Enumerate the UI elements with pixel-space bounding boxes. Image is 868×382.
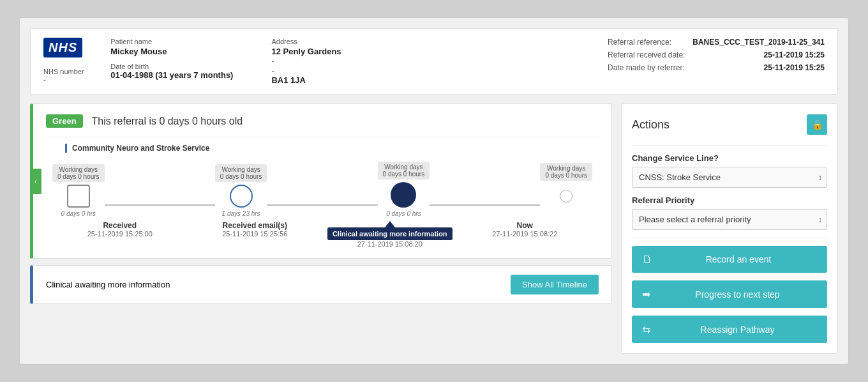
- step1-time: 0 days 0 hrs: [61, 210, 96, 217]
- referral-priority-field: Referral Priority Please select a referr…: [632, 195, 827, 230]
- tooltip-arrow: [385, 221, 395, 227]
- outer-container: NHS NHS number - Patient name Mickey Mou…: [19, 17, 849, 365]
- date-made-label: Date made by referrer:: [608, 63, 685, 72]
- patient-details: Patient name Mickey Mouse Date of birth …: [110, 38, 233, 80]
- step2-badge: Working days 0 days 0 hours: [215, 164, 267, 182]
- address-line3: -: [271, 66, 341, 75]
- timeline-title: This referral is 0 days 0 hours old: [92, 116, 243, 127]
- status-text: Clinical awaiting more information: [46, 280, 170, 289]
- connector1: [105, 204, 215, 206]
- progress-icon: ➡: [642, 288, 650, 300]
- actions-header: Actions 🔒: [632, 114, 827, 135]
- date-made-value: 25-11-2019 15:25: [764, 63, 825, 72]
- referral-block: Referral reference: BANES_CCC_TEST_2019-…: [608, 38, 825, 76]
- label-now-sub: 27-11-2019 15:08:22: [458, 230, 593, 238]
- referral-date-value: 25-11-2019 15:25: [764, 50, 825, 59]
- label-clinical: Clinical awaiting more information 27-11…: [322, 221, 458, 248]
- timeline-card: ‹ Green This referral is 0 days 0 hours …: [30, 103, 612, 259]
- record-event-icon: 🗋: [642, 254, 652, 265]
- step2-time: 1 days 23 hrs: [222, 210, 260, 217]
- referral-date-label: Referral received date:: [608, 50, 685, 59]
- label-email: Received email(s) 25-11-2019 15:25:56: [188, 221, 323, 248]
- step4-badge: Working days 0 days 0 hours: [540, 163, 592, 181]
- label-now-main: Now: [458, 221, 593, 230]
- referral-ref-row: Referral reference: BANES_CCC_TEST_2019-…: [608, 38, 825, 47]
- green-badge: Green: [46, 114, 83, 128]
- service-line-label: Community Neuro and Stroke Service: [65, 144, 599, 153]
- step1-wd-value: 0 days 0 hours: [57, 173, 100, 180]
- divider1: [632, 145, 827, 146]
- step-clinical: Working days 0 days 0 hours 0 days 0 hrs: [378, 162, 430, 217]
- nhs-number-value: -: [43, 75, 84, 84]
- step2-wd-label: Working days: [220, 166, 262, 173]
- address-line2: -: [271, 56, 341, 66]
- label-email-sub: 25-11-2019 15:25:56: [188, 230, 323, 238]
- label-clinical-main: Clinical awaiting more information: [327, 227, 453, 240]
- address-block: Address 12 Penly Gardens - - BA1 1JA: [271, 38, 341, 85]
- service-line-section: Community Neuro and Stroke Service Worki…: [46, 137, 599, 248]
- step3-wd-value: 0 days 0 hours: [383, 171, 425, 178]
- priority-select[interactable]: Please select a referral priority: [632, 209, 827, 230]
- reassign-pathway-button[interactable]: ⇆ Reassign Pathway: [632, 316, 827, 343]
- header-section: NHS NHS number - Patient name Mickey Mou…: [30, 28, 838, 95]
- service-line-field: Change Service Line? CNSS: Stroke Servic…: [632, 153, 827, 188]
- lock-button[interactable]: 🔒: [807, 114, 827, 135]
- lock-icon: 🔒: [812, 119, 823, 130]
- reassign-label: Reassign Pathway: [658, 325, 817, 335]
- reassign-icon: ⇆: [642, 323, 650, 335]
- step2-shape: [230, 185, 253, 208]
- label-email-main: Received email(s): [188, 221, 323, 230]
- step1-shape: [67, 185, 90, 208]
- record-event-label: Record an event: [660, 254, 817, 264]
- timeline-steps-row: Working days 0 days 0 hours 0 days 0 hrs…: [46, 162, 599, 217]
- address-line4: BA1 1JA: [271, 75, 341, 85]
- dob-label: Date of birth: [110, 63, 233, 70]
- date-made-row: Date made by referrer: 25-11-2019 15:25: [608, 63, 825, 72]
- patient-name-label: Patient name: [110, 38, 233, 45]
- show-timeline-button[interactable]: Show All Timeline: [511, 275, 599, 294]
- step2-wd-value: 0 days 0 hours: [220, 173, 262, 180]
- progress-label: Progress to next step: [658, 289, 817, 300]
- address-label: Address: [271, 38, 341, 45]
- step4-time: [565, 210, 567, 217]
- service-select[interactable]: CNSS: Stroke Service: [632, 167, 827, 188]
- record-event-button[interactable]: 🗋 Record an event: [632, 246, 827, 273]
- main-content: ‹ Green This referral is 0 days 0 hours …: [30, 103, 838, 354]
- label-received-main: Received: [52, 221, 188, 230]
- right-panel: Actions 🔒 Change Service Line? CNSS: Str…: [621, 103, 838, 354]
- referral-ref-label: Referral reference:: [608, 38, 671, 47]
- priority-select-wrapper: Please select a referral priority ↕: [632, 209, 827, 230]
- nhs-number-label: NHS number: [43, 68, 84, 75]
- nhs-logo: NHS: [43, 38, 82, 57]
- address-line1: 12 Penly Gardens: [271, 47, 341, 56]
- step3-shape: [391, 182, 416, 208]
- divider2: [632, 238, 827, 238]
- left-panel: ‹ Green This referral is 0 days 0 hours …: [30, 103, 612, 354]
- step4-wd-value: 0 days 0 hours: [545, 172, 587, 179]
- step-received: Working days 0 days 0 hours 0 days 0 hrs: [52, 164, 105, 217]
- step1-wd-label: Working days: [57, 166, 100, 173]
- service-select-wrapper: CNSS: Stroke Service ↕: [632, 167, 827, 188]
- actions-title: Actions: [632, 118, 670, 132]
- step-now: Working days 0 days 0 hours: [540, 163, 592, 217]
- sidebar-chevron[interactable]: ‹: [30, 169, 41, 194]
- step3-wd-label: Working days: [383, 164, 425, 171]
- referral-ref-value: BANES_CCC_TEST_2019-11-25_341: [692, 38, 825, 47]
- connector3: [430, 204, 540, 206]
- label-received-sub: 25-11-2019 15:25:00: [52, 230, 188, 238]
- step4-wd-label: Working days: [545, 165, 587, 172]
- timeline-labels: Received 25-11-2019 15:25:00 Received em…: [46, 221, 599, 248]
- step4-shape: [560, 190, 572, 202]
- step3-badge: Working days 0 days 0 hours: [378, 162, 430, 180]
- referral-date-row: Referral received date: 25-11-2019 15:25: [608, 50, 825, 59]
- referral-priority-label: Referral Priority: [632, 195, 827, 205]
- step3-time: 0 days 0 hrs: [386, 210, 421, 217]
- label-clinical-sub: 27-11-2019 15:08:20: [322, 240, 458, 248]
- connector2: [267, 204, 377, 206]
- dob-value: 01-04-1988 (31 years 7 months): [110, 70, 233, 80]
- label-now: Now 27-11-2019 15:08:22: [458, 221, 593, 248]
- patient-name-value: Mickey Mouse: [110, 47, 233, 56]
- service-line-field-label: Change Service Line?: [632, 153, 827, 163]
- progress-next-step-button[interactable]: ➡ Progress to next step: [632, 280, 827, 308]
- status-bar: Clinical awaiting more information Show …: [30, 265, 612, 304]
